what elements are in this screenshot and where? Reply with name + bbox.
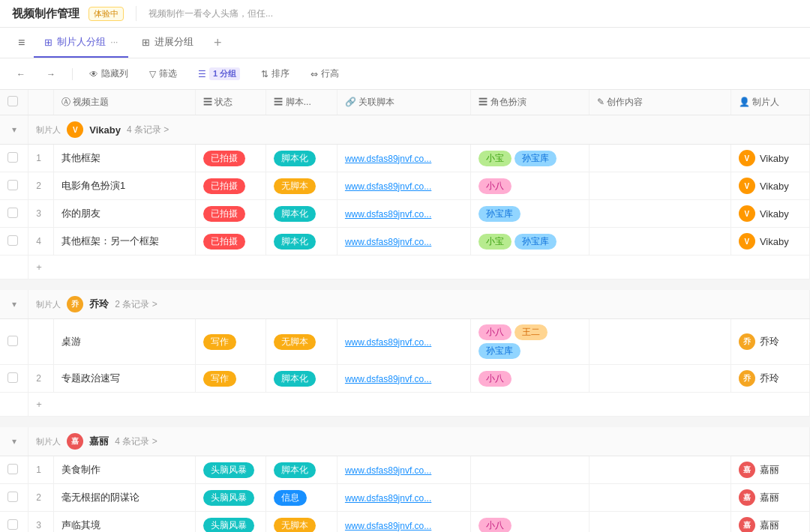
row-check-1-1[interactable] bbox=[0, 365, 28, 393]
row-content-0-0[interactable] bbox=[589, 145, 730, 172]
row-status-2-1[interactable]: 头脑风暴 bbox=[195, 484, 266, 512]
row-title-2-1[interactable]: 毫无根据的阴谋论 bbox=[53, 484, 195, 512]
row-content-0-3[interactable] bbox=[589, 228, 730, 256]
col-producer-header[interactable]: 👤 制片人 bbox=[730, 90, 809, 115]
row-link-2-2[interactable]: www.dsfas89jnvf.co... bbox=[337, 512, 471, 533]
link-text[interactable]: www.dsfas89jnvf.co... bbox=[345, 465, 431, 476]
row-link-0-0[interactable]: www.dsfas89jnvf.co... bbox=[337, 145, 471, 172]
row-title-1-1[interactable]: 专题政治速写 bbox=[53, 365, 195, 393]
row-height-button[interactable]: ⇔ 行高 bbox=[306, 64, 344, 83]
tab-group1-dots[interactable]: ··· bbox=[110, 37, 118, 47]
filter-button[interactable]: ▽ 筛选 bbox=[145, 64, 182, 83]
sort-button[interactable]: ⇅ 排序 bbox=[256, 64, 294, 83]
group-collapse-qiaoling[interactable]: ▾ bbox=[0, 290, 28, 319]
row-title-2-2[interactable]: 声临其境 bbox=[53, 512, 195, 533]
row-link-0-1[interactable]: www.dsfas89jnvf.co... bbox=[337, 172, 471, 200]
role-tag[interactable]: 小八 bbox=[478, 324, 512, 340]
add-row-btn-qiaoling[interactable]: + bbox=[28, 393, 810, 417]
role-tag[interactable]: 孙宝库 bbox=[514, 234, 556, 250]
role-tag[interactable]: 孙宝库 bbox=[478, 206, 520, 222]
row-script-0-1[interactable]: 无脚本 bbox=[266, 172, 338, 200]
group-button[interactable]: ☰ 1 分组 bbox=[194, 64, 244, 83]
row-check-2-2[interactable] bbox=[0, 512, 28, 533]
row-script-0-0[interactable]: 脚本化 bbox=[266, 145, 338, 172]
add-row-btn-vikaby[interactable]: + bbox=[28, 256, 810, 279]
row-status-1-0[interactable]: 写作 bbox=[195, 319, 266, 365]
row-link-2-1[interactable]: www.dsfas89jnvf.co... bbox=[337, 484, 471, 512]
col-role-header[interactable]: ☰ 角色扮演 bbox=[471, 90, 590, 115]
row-script-0-3[interactable]: 脚本化 bbox=[266, 228, 338, 256]
row-title-0-2[interactable]: 你的朋友 bbox=[53, 200, 195, 228]
row-check-1-0[interactable] bbox=[0, 319, 28, 365]
row-content-1-0[interactable] bbox=[589, 319, 730, 365]
row-check-0-1[interactable] bbox=[0, 172, 28, 200]
add-tab-button[interactable]: + bbox=[207, 32, 228, 53]
row-checkbox[interactable] bbox=[8, 336, 18, 346]
nav-back[interactable]: ← bbox=[12, 66, 30, 82]
row-status-2-2[interactable]: 头脑风暴 bbox=[195, 512, 266, 533]
row-check-2-1[interactable] bbox=[0, 484, 28, 512]
role-tag[interactable]: 小宝 bbox=[478, 151, 512, 166]
row-status-0-0[interactable]: 已拍摄 bbox=[195, 145, 266, 172]
row-content-0-2[interactable] bbox=[589, 200, 730, 228]
row-status-2-0[interactable]: 头脑风暴 bbox=[195, 456, 266, 484]
nav-forward[interactable]: → bbox=[42, 66, 60, 82]
link-text[interactable]: www.dsfas89jnvf.co... bbox=[345, 209, 431, 220]
link-text[interactable]: www.dsfas89jnvf.co... bbox=[345, 493, 431, 504]
link-text[interactable]: www.dsfas89jnvf.co... bbox=[345, 181, 431, 192]
row-content-2-2[interactable] bbox=[589, 512, 730, 533]
role-tag[interactable]: 小宝 bbox=[478, 234, 512, 250]
row-link-0-2[interactable]: www.dsfas89jnvf.co... bbox=[337, 200, 471, 228]
row-link-1-0[interactable]: www.dsfas89jnvf.co... bbox=[337, 319, 471, 365]
row-check-2-0[interactable] bbox=[0, 456, 28, 484]
col-status-header[interactable]: ☰ 状态 bbox=[195, 90, 266, 115]
row-title-0-0[interactable]: 其他框架 bbox=[53, 145, 195, 172]
col-check[interactable] bbox=[0, 90, 28, 115]
link-text[interactable]: www.dsfas89jnvf.co... bbox=[345, 154, 431, 164]
row-title-1-0[interactable]: 桌游 bbox=[53, 319, 195, 365]
row-script-1-1[interactable]: 脚本化 bbox=[266, 365, 338, 393]
row-link-2-0[interactable]: www.dsfas89jnvf.co... bbox=[337, 456, 471, 484]
col-link-header[interactable]: 🔗 关联脚本 bbox=[337, 90, 471, 115]
row-title-2-0[interactable]: 美食制作 bbox=[53, 456, 195, 484]
row-script-0-2[interactable]: 脚本化 bbox=[266, 200, 338, 228]
link-text[interactable]: www.dsfas89jnvf.co... bbox=[345, 237, 431, 247]
row-status-1-1[interactable]: 写作 bbox=[195, 365, 266, 393]
row-checkbox[interactable] bbox=[8, 492, 18, 502]
row-checkbox[interactable] bbox=[8, 372, 18, 383]
row-status-0-3[interactable]: 已拍摄 bbox=[195, 228, 266, 256]
row-check-0-3[interactable] bbox=[0, 228, 28, 256]
row-script-2-0[interactable]: 脚本化 bbox=[266, 456, 338, 484]
role-tag[interactable]: 小八 bbox=[478, 178, 512, 194]
col-script-header[interactable]: ☰ 脚本... bbox=[266, 90, 338, 115]
hide-columns-button[interactable]: 👁 隐藏列 bbox=[85, 64, 133, 83]
role-tag[interactable]: 小八 bbox=[478, 518, 512, 533]
col-content-header[interactable]: ✎ 创作内容 bbox=[589, 90, 730, 115]
row-status-0-1[interactable]: 已拍摄 bbox=[195, 172, 266, 200]
role-tag[interactable]: 王二 bbox=[514, 324, 548, 340]
row-checkbox[interactable] bbox=[8, 519, 18, 530]
group-collapse-jiali[interactable]: ▾ bbox=[0, 427, 28, 456]
row-content-2-1[interactable] bbox=[589, 484, 730, 512]
row-link-1-1[interactable]: www.dsfas89jnvf.co... bbox=[337, 365, 471, 393]
row-link-0-3[interactable]: www.dsfas89jnvf.co... bbox=[337, 228, 471, 256]
role-tag[interactable]: 小八 bbox=[478, 371, 512, 387]
row-content-0-1[interactable] bbox=[589, 172, 730, 200]
add-row-qiaoling[interactable]: + bbox=[0, 393, 810, 417]
row-title-0-1[interactable]: 电影角色扮演1 bbox=[53, 172, 195, 200]
row-script-2-1[interactable]: 信息 bbox=[266, 484, 338, 512]
group-collapse-vikaby[interactable]: ▾ bbox=[0, 115, 28, 145]
link-text[interactable]: www.dsfas89jnvf.co... bbox=[345, 521, 431, 531]
row-check-0-0[interactable] bbox=[0, 145, 28, 172]
row-check-0-2[interactable] bbox=[0, 200, 28, 228]
role-tag[interactable]: 孙宝库 bbox=[478, 343, 520, 359]
row-checkbox[interactable] bbox=[8, 208, 18, 218]
tab-group2[interactable]: ⊞ 进展分组 bbox=[131, 28, 204, 58]
row-script-1-0[interactable]: 无脚本 bbox=[266, 319, 338, 365]
row-checkbox[interactable] bbox=[8, 152, 18, 163]
row-checkbox[interactable] bbox=[8, 235, 18, 246]
select-all-checkbox[interactable] bbox=[8, 96, 18, 106]
hamburger-icon[interactable]: ≡ bbox=[12, 30, 31, 55]
link-text[interactable]: www.dsfas89jnvf.co... bbox=[345, 374, 431, 384]
row-checkbox[interactable] bbox=[8, 180, 18, 190]
